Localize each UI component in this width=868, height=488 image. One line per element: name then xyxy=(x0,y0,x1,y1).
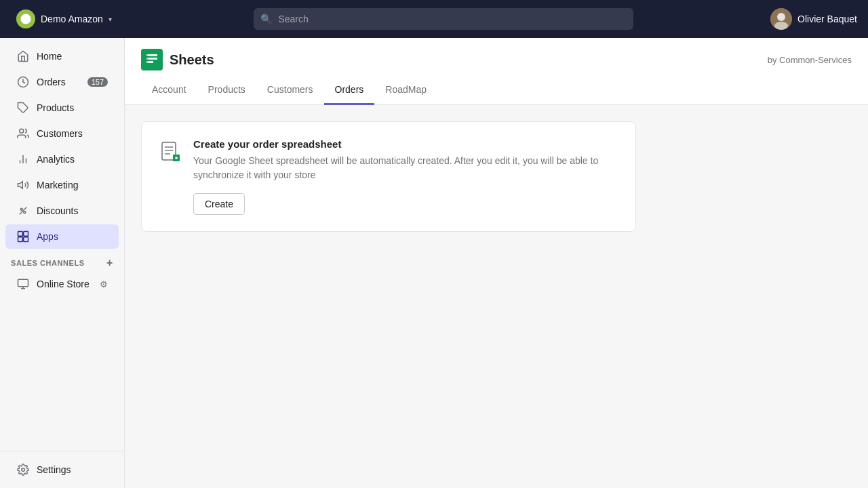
sidebar-item-label: Settings xyxy=(37,464,71,475)
avatar xyxy=(770,8,792,30)
card-inner: Create your order spreadsheet Your Googl… xyxy=(158,138,619,215)
tab-roadmap[interactable]: RoadMap xyxy=(374,79,437,105)
app-tabs: Account Products Customers Orders RoadMa… xyxy=(141,79,852,104)
svg-rect-14 xyxy=(24,232,28,237)
svg-point-2 xyxy=(774,22,788,30)
orders-badge: 157 xyxy=(87,77,108,87)
apps-icon xyxy=(16,230,30,243)
sidebar-item-marketing[interactable]: Marketing xyxy=(5,173,119,197)
sidebar-item-orders[interactable]: Orders 157 xyxy=(5,70,119,94)
orders-icon xyxy=(16,75,30,89)
sidebar-item-label: Orders xyxy=(37,77,66,87)
search-icon: 🔍 xyxy=(260,14,272,24)
card-title: Create your order spreadsheet xyxy=(193,138,619,150)
svg-point-1 xyxy=(777,13,785,21)
sidebar-item-analytics[interactable]: Analytics xyxy=(5,147,119,171)
sidebar-item-label: Apps xyxy=(37,231,58,242)
marketing-icon xyxy=(16,178,30,192)
svg-rect-17 xyxy=(18,279,28,287)
sales-channels-label: SALES CHANNELS + xyxy=(0,249,124,271)
sidebar-item-label: Customers xyxy=(37,128,83,139)
settings-icon xyxy=(16,463,30,476)
sidebar-item-label: Discounts xyxy=(37,205,78,216)
chevron-down-icon: ▾ xyxy=(108,16,112,23)
sidebar-item-home[interactable]: Home xyxy=(5,44,119,68)
sidebar-item-apps[interactable]: Apps xyxy=(5,224,119,249)
tab-customers[interactable]: Customers xyxy=(256,79,324,105)
sidebar-item-label: Products xyxy=(37,102,74,113)
tab-orders[interactable]: Orders xyxy=(324,79,375,105)
user-area[interactable]: Olivier Baquet xyxy=(770,8,857,30)
sidebar-item-label: Online Store xyxy=(37,279,90,289)
svg-rect-15 xyxy=(18,237,23,242)
main-content: Sheets by Common-Services Account Produc… xyxy=(125,38,868,488)
content-body: Create your order spreadsheet Your Googl… xyxy=(125,105,868,248)
store-selector[interactable]: Demo Amazon ▾ xyxy=(11,5,117,33)
products-icon xyxy=(16,101,30,115)
main-layout: Home Orders 157 Products xyxy=(0,38,868,488)
card-description: Your Google Sheet spreadsheet will be au… xyxy=(193,154,619,182)
spreadsheet-icon xyxy=(158,140,182,164)
sheets-app-icon xyxy=(141,49,163,70)
online-store-icon xyxy=(16,277,30,291)
tab-products[interactable]: Products xyxy=(197,79,256,105)
sidebar-item-discounts[interactable]: Discounts xyxy=(5,199,119,223)
analytics-icon xyxy=(16,152,30,166)
sidebar-item-label: Analytics xyxy=(37,154,75,165)
user-name: Olivier Baquet xyxy=(797,14,857,24)
tab-account[interactable]: Account xyxy=(141,79,197,105)
add-sales-channel-button[interactable]: + xyxy=(106,258,113,268)
discounts-icon xyxy=(16,204,30,218)
svg-point-5 xyxy=(20,129,24,133)
app-by-text: by Common-Services xyxy=(768,55,852,65)
svg-rect-29 xyxy=(165,153,170,155)
online-store-settings-icon[interactable]: ⚙ xyxy=(100,279,108,289)
sidebar-item-customers[interactable]: Customers xyxy=(5,121,119,146)
store-logo xyxy=(16,9,35,28)
svg-point-20 xyxy=(22,468,25,472)
svg-rect-16 xyxy=(24,237,28,242)
search-bar: 🔍 xyxy=(254,8,633,30)
sidebar-item-label: Marketing xyxy=(37,180,78,190)
svg-rect-27 xyxy=(165,146,173,148)
svg-point-10 xyxy=(20,208,22,210)
app-title-row: Sheets by Common-Services xyxy=(141,49,852,70)
svg-rect-25 xyxy=(146,54,149,63)
sidebar: Home Orders 157 Products xyxy=(0,38,125,488)
sidebar-item-products[interactable]: Products xyxy=(5,96,119,120)
app-name: Sheets xyxy=(170,52,214,68)
sidebar-item-label: Home xyxy=(37,51,62,62)
top-nav: Demo Amazon ▾ 🔍 Olivier Baquet xyxy=(0,0,868,38)
svg-marker-9 xyxy=(18,182,23,189)
create-spreadsheet-card: Create your order spreadsheet Your Googl… xyxy=(141,121,636,232)
app-header: Sheets by Common-Services Account Produc… xyxy=(125,38,868,105)
customers-icon xyxy=(16,127,30,140)
sidebar-item-settings[interactable]: Settings xyxy=(5,458,119,482)
store-name: Demo Amazon xyxy=(41,14,103,24)
svg-point-11 xyxy=(24,211,26,214)
create-button[interactable]: Create xyxy=(193,193,245,215)
card-text: Create your order spreadsheet Your Googl… xyxy=(193,138,619,215)
search-input[interactable] xyxy=(254,8,633,30)
svg-rect-28 xyxy=(165,150,173,151)
home-icon xyxy=(16,49,30,63)
sidebar-bottom: Settings xyxy=(0,451,124,483)
svg-rect-13 xyxy=(18,232,23,237)
app-title: Sheets xyxy=(141,49,214,70)
sidebar-item-online-store[interactable]: Online Store ⚙ xyxy=(5,272,119,296)
